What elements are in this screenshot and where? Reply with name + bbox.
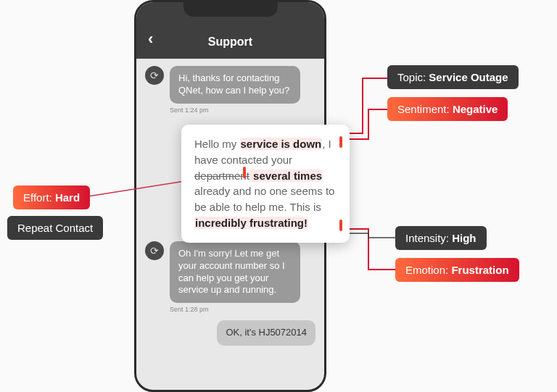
tag-repeat-contact: Repeat Contact (7, 216, 103, 240)
phone-notch (183, 1, 278, 17)
message-row: ⟳ Oh I'm sorry! Let me get your account … (145, 241, 315, 304)
tag-effort: Effort: Hard (13, 185, 90, 209)
timestamp: Sent 1:24 pm (170, 107, 315, 114)
card-text: Hello my (194, 138, 240, 150)
agent-avatar-icon: ⟳ (145, 66, 164, 85)
user-message: OK, it's HJ5072014 (217, 320, 315, 346)
back-button[interactable]: ‹ (148, 30, 153, 49)
highlight-marker (243, 167, 246, 178)
highlighted-message-card: Hello my service is down, I have contact… (181, 125, 350, 243)
tag-intensity: Intensity: High (395, 226, 487, 250)
strikethrough-text: department (194, 170, 249, 182)
tag-value: Hard (55, 191, 80, 204)
card-text: already and no one seems to be able to h… (194, 185, 334, 213)
tag-sentiment: Sentiment: Negative (387, 97, 508, 121)
agent-avatar-icon: ⟳ (145, 241, 164, 260)
tag-value: Service Outage (429, 71, 508, 83)
timestamp: Sent 1:28 pm (170, 306, 315, 313)
highlight-service-down: service is down (240, 138, 323, 150)
agent-message: Oh I'm sorry! Let me get your account nu… (170, 241, 300, 304)
message-row: ⟳ Hi, thanks for contacting QNet, how ca… (145, 66, 315, 104)
tag-topic: Topic: Service Outage (387, 65, 519, 89)
tag-label: Topic: (397, 71, 429, 83)
tag-label: Repeat Contact (17, 222, 93, 234)
header-title: Support (136, 36, 324, 49)
tag-value: Negative (453, 103, 498, 115)
highlight-several-times: several times (249, 170, 323, 182)
highlight-frustrating: incredibly frustrating! (194, 217, 308, 229)
tag-label: Sentiment: (397, 103, 453, 115)
highlight-marker (339, 220, 342, 231)
tag-emotion: Emotion: Frustration (395, 258, 519, 282)
highlight-marker (339, 136, 342, 148)
tag-label: Intensity: (405, 232, 452, 244)
tag-value: High (452, 232, 476, 244)
message-row: OK, it's HJ5072014 (145, 320, 315, 346)
agent-message: Hi, thanks for contacting QNet, how can … (170, 66, 300, 104)
tag-value: Frustration (451, 264, 508, 276)
tag-label: Effort: (23, 191, 55, 204)
tag-label: Emotion: (405, 264, 451, 276)
